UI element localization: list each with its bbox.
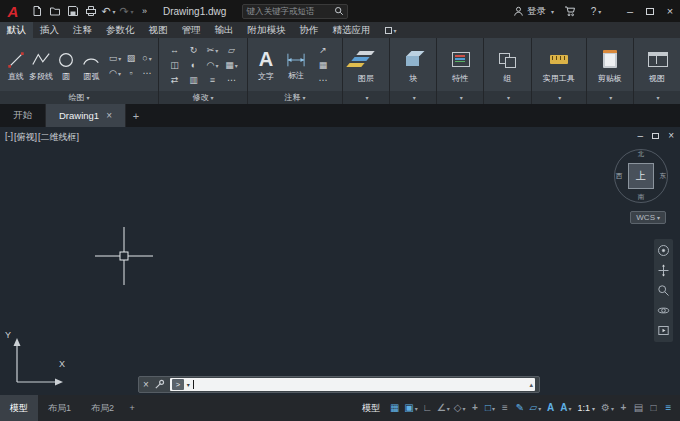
tab-default[interactable]: 默认 [0, 22, 33, 38]
viewcube-top-face[interactable]: 上 [628, 163, 654, 189]
maximize-button[interactable] [640, 0, 660, 22]
model-space-toggle[interactable]: 模型 [362, 402, 380, 415]
layout1-tab[interactable]: 布局1 [38, 395, 81, 421]
viewport-control[interactable]: [二维线框] [38, 131, 79, 144]
viewcube[interactable]: 北 南 西 东 上 [614, 149, 668, 203]
help-button[interactable]: ? [586, 2, 606, 20]
grid-display-toggle[interactable]: ▦ [387, 395, 402, 421]
text-tool[interactable]: A 文字 [251, 49, 281, 82]
object-snap-toggle[interactable]: □▾ [483, 395, 498, 421]
layout2-tab[interactable]: 布局2 [81, 395, 124, 421]
annotation-scale[interactable]: 1:1 [573, 403, 599, 413]
command-line[interactable]: × > ▾ ▴ [138, 376, 540, 393]
object-snap-tracking-toggle[interactable]: + [468, 395, 483, 421]
panel-expander[interactable] [634, 91, 680, 104]
hatch-tool[interactable]: ▨ [123, 51, 139, 66]
model-tab[interactable]: 模型 [0, 395, 38, 421]
ortho-mode-toggle[interactable]: ∟ [420, 395, 435, 421]
view-panel[interactable]: 视图 [634, 38, 680, 91]
point-tool[interactable]: ▫ [123, 66, 139, 81]
close-drawing-button[interactable]: × [668, 130, 674, 141]
search-box[interactable] [242, 4, 348, 19]
tab-parametric[interactable]: 参数化 [99, 22, 142, 38]
fillet-tool[interactable]: ◠▾ [203, 58, 222, 73]
undo-button[interactable]: ↶ [100, 2, 117, 20]
new-layout-button[interactable]: + [124, 403, 140, 413]
table-tool[interactable]: ▦ [315, 58, 331, 73]
circle-tool[interactable]: 圆 [54, 50, 79, 82]
groups-panel[interactable]: 组 [484, 38, 530, 91]
open-button[interactable] [46, 2, 63, 20]
polyline-tool[interactable]: 多段线 [28, 50, 53, 82]
wcs-selector[interactable]: WCS [630, 211, 666, 224]
tab-featured-apps[interactable]: 精选应用 [326, 22, 378, 38]
rotate-tool[interactable]: ↻ [184, 43, 203, 58]
panel-expander[interactable] [587, 91, 633, 104]
more-modify-tools[interactable]: ⋯ [222, 73, 241, 88]
tab-view[interactable]: 视图 [142, 22, 175, 38]
copy-tool[interactable]: ◫ [165, 58, 184, 73]
minimize-drawing-button[interactable]: – [638, 130, 644, 141]
utilities-panel[interactable]: 实用工具 [532, 38, 586, 91]
clipboard-panel[interactable]: 剪贴板 [587, 38, 633, 91]
search-icon[interactable] [334, 6, 344, 16]
spline-tool[interactable]: ◠▾ [107, 66, 123, 81]
full-navigation-wheel-icon[interactable] [657, 244, 670, 257]
viewport-control[interactable]: [俯视] [14, 131, 37, 144]
start-tab[interactable]: 开始 [0, 104, 46, 127]
new-drawing-button[interactable] [28, 2, 45, 20]
close-tab-icon[interactable]: × [106, 110, 112, 121]
close-command-icon[interactable]: × [143, 380, 149, 390]
isometric-drafting-toggle[interactable]: ◇▾ [452, 395, 468, 421]
draw-panel-expander[interactable]: 绘图 [0, 91, 158, 104]
recent-commands-icon[interactable]: ▾ [187, 381, 190, 388]
show-motion-icon[interactable] [657, 324, 670, 337]
panel-expander[interactable] [343, 91, 389, 104]
move-tool[interactable]: ↔ [165, 43, 184, 58]
annotation-monitor[interactable]: + [616, 395, 631, 421]
explode-tool[interactable]: ≡ [203, 73, 222, 88]
lineweight-toggle[interactable]: ≡ [498, 395, 513, 421]
tab-addins[interactable]: 附加模块 [241, 22, 293, 38]
selection-cycling-toggle[interactable]: ▱▾ [528, 395, 544, 421]
snap-mode-toggle[interactable]: ▣▾ [402, 395, 419, 421]
app-store-button[interactable] [560, 2, 580, 20]
panel-expander[interactable] [390, 91, 436, 104]
annotate-panel-expander[interactable]: 注释 [248, 91, 342, 104]
tab-annotate[interactable]: 注释 [66, 22, 99, 38]
panel-expander[interactable] [437, 91, 483, 104]
save-button[interactable] [64, 2, 81, 20]
more-draw-tools[interactable]: ⋯ [139, 66, 155, 81]
new-tab-button[interactable]: + [126, 104, 146, 127]
command-history-icon[interactable]: ▴ [529, 381, 533, 389]
customize-command-icon[interactable] [154, 379, 165, 390]
trim-tool[interactable]: ✂▾ [203, 43, 222, 58]
annotation-autoscale-toggle[interactable]: A▾ [558, 395, 573, 421]
drawing1-tab[interactable]: Drawing1× [46, 104, 126, 127]
minimize-button[interactable]: – [620, 0, 640, 22]
isolate-objects[interactable]: □ [646, 395, 661, 421]
dimension-tool[interactable]: 标注 [281, 51, 311, 81]
zoom-icon[interactable] [657, 284, 670, 297]
tab-output[interactable]: 输出 [208, 22, 241, 38]
customization-menu[interactable]: ≡ [661, 395, 676, 421]
panel-expander[interactable] [484, 91, 530, 104]
tab-manage[interactable]: 管理 [175, 22, 208, 38]
ribbon-display-toggle[interactable] [385, 22, 397, 38]
close-button[interactable]: × [660, 0, 680, 22]
search-input[interactable] [246, 6, 334, 16]
rectangle-tool[interactable]: ▭▾ [107, 51, 123, 66]
qat-customize-button[interactable]: » [136, 2, 153, 20]
erase-tool[interactable]: ▱ [222, 43, 241, 58]
block-panel[interactable]: 块 [390, 38, 436, 91]
drawing-canvas[interactable]: [-][俯视][二维线框] – × 北 南 西 东 上 WCS [0, 127, 680, 395]
polar-tracking-toggle[interactable]: ∠▾ [435, 395, 452, 421]
pan-icon[interactable] [657, 264, 670, 277]
properties-panel[interactable]: 特性 [437, 38, 483, 91]
layers-panel[interactable]: 图层 [343, 38, 389, 91]
annotation-visibility-toggle[interactable]: A [543, 395, 558, 421]
more-annotate-tools[interactable]: ⋯ [315, 73, 331, 88]
arc-tool[interactable]: 圆弧 [79, 50, 104, 82]
tab-collaborate[interactable]: 协作 [293, 22, 326, 38]
redo-button[interactable]: ↷ [118, 2, 135, 20]
